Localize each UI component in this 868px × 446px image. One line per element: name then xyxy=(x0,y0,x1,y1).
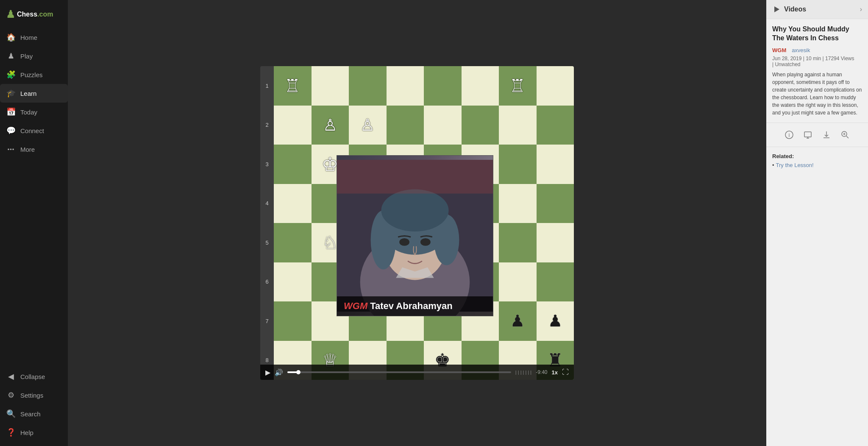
videos-play-icon xyxy=(772,5,781,14)
download-action-button[interactable] xyxy=(821,129,832,141)
sidebar-item-play-label: Play xyxy=(20,53,33,60)
svg-rect-10 xyxy=(337,160,493,194)
sidebar-item-connect-label: Connect xyxy=(20,127,44,134)
sidebar-item-help[interactable]: ❓ Help xyxy=(0,423,68,442)
sidebar-item-more-label: More xyxy=(20,146,35,153)
square-7-7: ♟ xyxy=(499,301,537,341)
video-author-row: WGM axvesik xyxy=(772,46,862,54)
square-2-6 xyxy=(462,106,499,145)
piece-black-pawn-g7: ♟ xyxy=(510,312,525,330)
square-2-1 xyxy=(274,106,312,145)
related-link-text: Try the Lesson! xyxy=(776,162,814,168)
sidebar-item-settings[interactable]: ⚙ Settings xyxy=(0,386,68,404)
piece-white-knight-b5: ♘ xyxy=(322,232,338,253)
svg-text:i: i xyxy=(789,132,790,138)
video-speed[interactable]: 1x xyxy=(552,369,558,376)
sidebar-item-learn[interactable]: 🎓 Learn xyxy=(0,84,68,103)
sidebar-item-collapse[interactable]: ◀ Collapse xyxy=(0,367,68,386)
volume-button[interactable]: 🔊 xyxy=(275,368,283,376)
square-3-7 xyxy=(499,145,537,184)
video-overlay: WGMTatev Abrahamyan xyxy=(337,155,493,316)
square-4-1 xyxy=(274,184,312,223)
video-content: WGMTatev Abrahamyan xyxy=(337,156,493,316)
square-6-7 xyxy=(499,262,537,302)
related-try-lesson-link[interactable]: • Try the Lesson! xyxy=(772,162,862,168)
sidebar: ♟ Chess.com 🏠 Home ♟ Play 🧩 Puzzles 🎓 Le… xyxy=(0,0,68,446)
piece-white-pawn-b2: ♙ xyxy=(323,116,337,134)
info-action-button[interactable]: i xyxy=(783,129,795,141)
name-bar: WGMTatev Abrahamyan xyxy=(337,296,493,316)
square-6-1 xyxy=(274,262,312,302)
sidebar-item-play[interactable]: ♟ Play xyxy=(0,47,68,65)
home-icon: 🏠 xyxy=(6,32,16,42)
square-2-4 xyxy=(387,106,424,145)
learn-icon: 🎓 xyxy=(6,88,16,98)
square-2-2: ♙ xyxy=(312,106,349,145)
square-5-7 xyxy=(499,223,537,262)
collapse-icon: ◀ xyxy=(6,371,16,382)
svg-line-20 xyxy=(846,136,849,138)
video-controls: ▶ 🔊 | | | | | | | -9:40 1x ⛶ xyxy=(260,365,574,380)
sidebar-item-settings-label: Settings xyxy=(20,392,43,399)
screen-icon xyxy=(804,131,812,139)
board-row-2: 2 ♙ ♙ xyxy=(260,106,574,145)
play-icon: ♟ xyxy=(6,51,16,61)
sidebar-item-more[interactable]: ••• More xyxy=(0,140,68,159)
video-date: Jun 28, 2019 xyxy=(772,56,801,61)
piece-white-rook-a1: ♖ xyxy=(284,75,300,96)
piece-white-rook-h1: ♖ xyxy=(509,75,526,96)
square-7-8: ♟ xyxy=(537,301,574,341)
download-icon xyxy=(822,131,831,139)
video-actions: i xyxy=(766,123,868,147)
sidebar-item-home[interactable]: 🏠 Home xyxy=(0,28,68,47)
search-icon: 🔍 xyxy=(6,409,16,419)
related-bullet: • xyxy=(772,162,774,168)
instructor-name: Tatev Abrahamyan xyxy=(370,301,452,311)
sidebar-item-search-label: Search xyxy=(20,410,41,418)
author-title: WGM xyxy=(772,47,786,53)
progress-dot xyxy=(296,370,300,374)
tick-marks: | | | | | | | xyxy=(515,370,531,375)
main-content: 1 ♖ ♖ 2 ♙ ♙ xyxy=(68,0,766,446)
author-name: axvesik xyxy=(792,47,810,53)
video-status: | Unwatched xyxy=(772,61,862,67)
video-title: Why You Should Muddy The Waters In Chess xyxy=(772,25,862,43)
rank-label-3: 3 xyxy=(260,145,274,184)
more-icon: ••• xyxy=(6,144,16,154)
svg-point-7 xyxy=(381,190,448,231)
square-1-7: ♖ xyxy=(499,66,537,106)
square-5-8 xyxy=(537,223,574,262)
panel-forward-arrow[interactable]: › xyxy=(860,6,862,13)
screen-action-button[interactable] xyxy=(802,129,814,141)
sidebar-item-today[interactable]: 📅 Today xyxy=(0,103,68,121)
sidebar-item-connect[interactable]: 💬 Connect xyxy=(0,121,68,140)
rank-label-2: 2 xyxy=(260,106,274,145)
square-1-2 xyxy=(312,66,349,106)
piece-black-pawn-h7: ♟ xyxy=(548,312,562,330)
board-container: 1 ♖ ♖ 2 ♙ ♙ xyxy=(260,66,574,380)
progress-bar[interactable] xyxy=(287,371,511,373)
svg-point-9 xyxy=(420,238,431,246)
sidebar-item-search[interactable]: 🔍 Search xyxy=(0,404,68,423)
panel-videos-label: Videos xyxy=(784,6,806,13)
sidebar-item-collapse-label: Collapse xyxy=(20,373,45,380)
square-3-1 xyxy=(274,145,312,184)
square-2-8 xyxy=(537,106,574,145)
svg-marker-11 xyxy=(774,6,779,12)
video-meta-details: Jun 28, 2019 | 10 min | 17294 Views xyxy=(772,56,862,61)
video-views: 17294 Views xyxy=(825,56,854,61)
related-section: Related: • Try the Lesson! xyxy=(766,147,868,174)
zoom-action-button[interactable] xyxy=(839,129,851,141)
play-button[interactable]: ▶ xyxy=(265,368,270,376)
info-icon: i xyxy=(785,131,793,139)
sidebar-item-puzzles[interactable]: 🧩 Puzzles xyxy=(0,65,68,84)
fullscreen-button[interactable]: ⛶ xyxy=(562,368,569,376)
square-6-8 xyxy=(537,262,574,302)
panel-title-row: Videos xyxy=(772,5,806,14)
square-1-1: ♖ xyxy=(274,66,312,106)
piece-white-king-b3: ♔ xyxy=(322,153,338,175)
today-icon: 📅 xyxy=(6,107,16,117)
instructor-title: WGM xyxy=(344,301,367,311)
sidebar-bottom: ◀ Collapse ⚙ Settings 🔍 Search ❓ Help xyxy=(0,367,68,442)
square-5-1 xyxy=(274,223,312,262)
